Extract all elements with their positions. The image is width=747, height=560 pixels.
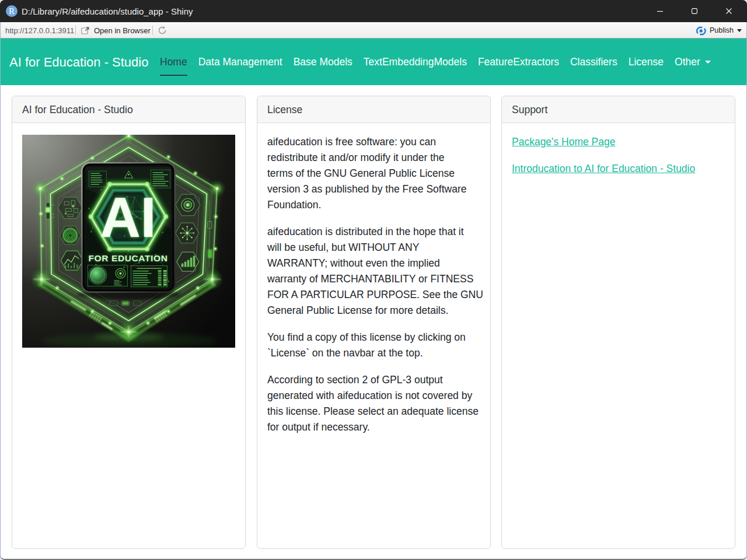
svg-text:FOR EDUCATION: FOR EDUCATION (88, 253, 167, 263)
svg-text:AI: AI (100, 186, 156, 249)
